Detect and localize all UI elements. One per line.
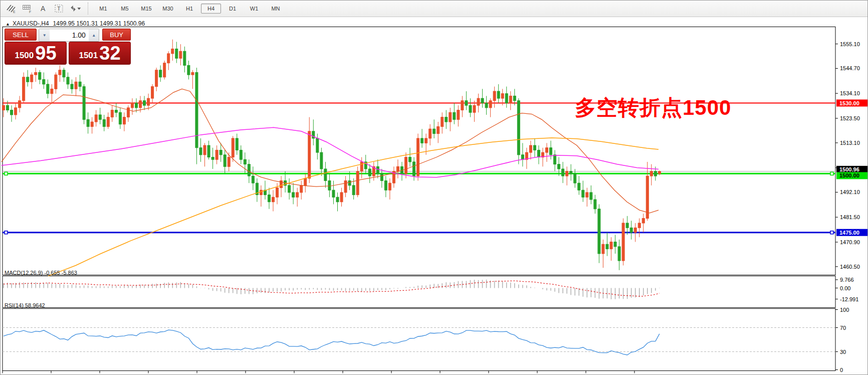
svg-text:9.766: 9.766	[840, 277, 854, 283]
svg-text:-12.991: -12.991	[840, 296, 858, 302]
text-box-icon[interactable]: T	[53, 3, 66, 15]
svg-text:1555.10: 1555.10	[840, 41, 860, 47]
svg-text:F: F	[29, 10, 31, 14]
one-click-trading-panel: SELL ▼ ▲ BUY 1500 95 1501 32	[5, 29, 131, 65]
symbol-header: ▲XAUUSD-,H41499.95 1501.31 1499.31 1500.…	[6, 20, 145, 27]
svg-text:1500.00: 1500.00	[839, 172, 859, 178]
tf-button-h1[interactable]: H1	[179, 4, 199, 14]
svg-text:1475.00: 1475.00	[839, 230, 859, 236]
tf-button-d1[interactable]: D1	[223, 4, 243, 14]
svg-text:E: E	[13, 10, 16, 14]
svg-text:1460.50: 1460.50	[840, 264, 860, 270]
tf-button-m5[interactable]: M5	[115, 4, 135, 14]
svg-text:70: 70	[840, 325, 846, 331]
svg-text:1534.10: 1534.10	[840, 90, 860, 96]
svg-text:0.00: 0.00	[840, 285, 850, 291]
symbol-name: XAUUSD-,H4	[13, 20, 49, 27]
symbol-marker-icon: ▲	[6, 22, 10, 27]
symbol-ohlc: 1499.95 1501.31 1499.31 1500.96	[53, 20, 145, 27]
svg-text:30: 30	[840, 349, 846, 355]
text-label-icon[interactable]: A	[37, 3, 50, 15]
chart-canvas[interactable]: 1555.101544.701534.101523.501513.101502.…	[1, 17, 868, 375]
volume-stepper: ▼ ▲	[39, 29, 99, 42]
tf-button-mn[interactable]: MN	[266, 4, 286, 14]
svg-text:T: T	[57, 6, 61, 12]
svg-text:1544.70: 1544.70	[840, 65, 860, 71]
chart-area[interactable]: 1555.101544.701534.101523.501513.101502.…	[1, 17, 868, 375]
svg-text:0: 0	[840, 367, 843, 373]
drawing-tools-icon[interactable]: E	[5, 3, 18, 15]
toolbar-separator	[88, 3, 88, 15]
macd-label: MACD(12,26,9) -0.655 -5.863	[5, 270, 77, 276]
ask-price-tile[interactable]: 1501 32	[69, 42, 131, 65]
svg-text:1481.50: 1481.50	[840, 214, 860, 220]
terminal-window: E F A T M1 M5 M15 M30 H1 H4 D1 W1 MN 155…	[0, 0, 868, 375]
volume-up-button[interactable]: ▲	[89, 29, 99, 41]
rsi-label: RSI(14) 58.9642	[5, 302, 45, 308]
ask-price-big: 32	[99, 44, 120, 63]
grid-icon[interactable]: F	[21, 3, 34, 15]
svg-text:1513.10: 1513.10	[840, 140, 860, 146]
tf-button-m15[interactable]: M15	[136, 4, 156, 14]
sell-button[interactable]: SELL	[5, 29, 37, 41]
tf-button-m30[interactable]: M30	[158, 4, 178, 14]
volume-down-button[interactable]: ▼	[39, 29, 49, 41]
tf-button-w1[interactable]: W1	[244, 4, 264, 14]
tf-button-h4[interactable]: H4	[201, 4, 221, 14]
buy-button[interactable]: BUY	[102, 29, 131, 41]
annotation-text: 多空转折点1500	[575, 94, 731, 122]
volume-input[interactable]	[50, 29, 89, 41]
svg-text:1492.10: 1492.10	[840, 189, 860, 195]
svg-text:1470.90: 1470.90	[840, 239, 860, 245]
svg-text:1530.00: 1530.00	[839, 100, 859, 106]
arrow-style-icon[interactable]	[69, 3, 82, 15]
bid-price-small: 1500	[15, 51, 34, 61]
svg-text:100: 100	[840, 307, 849, 313]
svg-text:1523.50: 1523.50	[840, 115, 860, 121]
tf-button-m1[interactable]: M1	[93, 4, 113, 14]
bid-price-tile[interactable]: 1500 95	[5, 42, 67, 65]
svg-text:A: A	[41, 5, 46, 13]
svg-text:1500.96: 1500.96	[839, 166, 859, 172]
toolbar: E F A T M1 M5 M15 M30 H1 H4 D1 W1 MN	[1, 1, 868, 17]
bid-price-big: 95	[35, 44, 56, 63]
ask-price-small: 1501	[79, 51, 98, 61]
